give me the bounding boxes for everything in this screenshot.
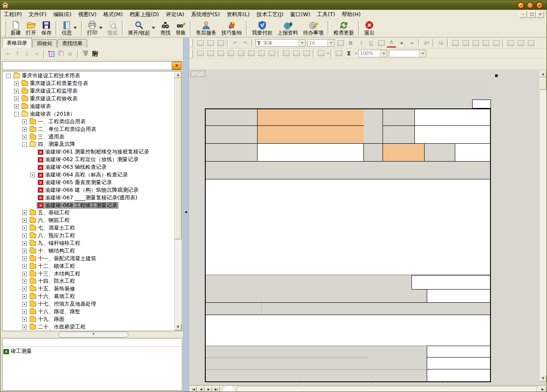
tree-item-content[interactable]: 十八、路堤、路堑	[28, 309, 82, 315]
new-doc-button[interactable]: 新建	[9, 20, 23, 37]
insert-row-icon[interactable]	[236, 49, 246, 58]
tree-item[interactable]: +九、锚杆锚栓工程	[3, 240, 175, 247]
expand-icon[interactable]: +	[22, 302, 27, 307]
service-button[interactable]: 售后服务	[194, 20, 218, 37]
delete-icon[interactable]: ×	[66, 50, 74, 58]
tree-item[interactable]: ×渝建竣-065 垂直度测量记录	[3, 179, 175, 186]
expand-icon[interactable]: +	[22, 135, 27, 139]
input-instrument[interactable]	[258, 144, 364, 162]
panel-splitter[interactable]: ◀	[183, 38, 189, 392]
form-code-input[interactable]	[472, 99, 491, 108]
fraction-icon[interactable]: ⅛	[436, 39, 445, 47]
input-elevation[interactable]	[415, 126, 491, 144]
chevron-down-icon[interactable]	[327, 40, 334, 46]
mdi-restore-button[interactable]: □	[528, 11, 536, 18]
expand-icon[interactable]: +	[30, 173, 35, 177]
expand-icon[interactable]: +	[22, 241, 27, 246]
expand-icon[interactable]: +	[14, 89, 19, 94]
upload-button[interactable]: 上报资料	[275, 20, 300, 37]
tree-item[interactable]: +重庆建设工程监理表	[3, 88, 175, 95]
chevron-down-icon[interactable]	[152, 27, 155, 29]
info-book-button[interactable]: 信息	[60, 20, 79, 37]
highlight-icon[interactable]	[377, 39, 386, 47]
tree-item-content[interactable]: 十一、装配式混凝土建筑	[28, 255, 98, 262]
prev-page-icon[interactable]: ◀	[198, 386, 204, 392]
input-temperature[interactable]	[455, 144, 491, 162]
menu-item[interactable]: 系统维护(S)	[187, 10, 223, 19]
expand-icon[interactable]: +	[22, 256, 27, 261]
menu-item[interactable]: 格式(M)	[100, 10, 126, 19]
nav-left-icon[interactable]: ←	[4, 50, 12, 58]
tree-item[interactable]: +十七、挖填方及地基处理	[3, 301, 175, 308]
collapse-icon[interactable]: -	[14, 112, 19, 116]
add-table-icon[interactable]: *	[47, 50, 56, 58]
expand-icon[interactable]: +	[22, 325, 27, 330]
filter-icon[interactable]	[81, 50, 90, 58]
tree-item-content[interactable]: 九、锚杆锚栓工程	[28, 240, 82, 247]
tree-item-content[interactable]: ×渝建竣-062 工程定位（放线）测量记录	[37, 156, 140, 163]
tree-item-content[interactable]: ×渝建竣-065 垂直度测量记录	[37, 179, 113, 186]
tree-item[interactable]: ×渝建竣-062 工程定位（放线）测量记录	[3, 156, 175, 164]
replace-button[interactable]: 替换	[173, 20, 188, 37]
line-style-combo[interactable]	[389, 50, 426, 57]
tree-item-content[interactable]: 渝建竣表（2018）	[20, 111, 77, 117]
chevron-down-icon[interactable]	[298, 40, 305, 46]
tree-item-content[interactable]: 十七、挖填方及地基处理	[28, 301, 98, 308]
delete-cells-icon[interactable]	[226, 49, 235, 58]
tree-item-content[interactable]: 重庆市建设工程技术用表	[12, 73, 82, 80]
example-item[interactable]: ×竣工测量	[3, 347, 182, 356]
tree-item-content[interactable]: ×渝建竣-064 高程（标高）检查记录	[37, 172, 129, 179]
nav-up-icon[interactable]: ↑	[13, 50, 22, 58]
row15-gray-band[interactable]	[205, 290, 427, 302]
exit-button[interactable]: 退出	[362, 20, 377, 37]
tree-item[interactable]: +八、预应力工程	[3, 232, 175, 240]
retest-situation-area[interactable]	[205, 315, 491, 346]
collapse-icon[interactable]: -	[22, 142, 27, 147]
expand-icon[interactable]: +	[22, 317, 27, 322]
scroll-up-icon[interactable]: ▲	[175, 71, 181, 78]
zoom-combo[interactable]: 100%	[358, 50, 387, 57]
tree-item-content[interactable]: 三、通用表	[28, 134, 66, 140]
expand-icon[interactable]: +	[22, 119, 27, 124]
select-all-corner[interactable]	[190, 71, 205, 77]
underline-icon[interactable]: U	[366, 39, 376, 47]
tree-item[interactable]: +六、钢筋工程	[3, 217, 175, 224]
split-cells-icon[interactable]	[206, 49, 215, 58]
menu-item[interactable]: 文件(F)	[25, 10, 50, 19]
tab-recycle-bin[interactable]: 回收站	[32, 39, 57, 48]
toolbar-drag-handle[interactable]	[4, 20, 6, 36]
input-retest-unit[interactable]	[427, 346, 491, 358]
tree-item[interactable]: +重庆建设工程验收表	[3, 95, 175, 103]
copy-icon[interactable]	[196, 39, 205, 47]
menu-item[interactable]: 技术工艺(J)	[253, 10, 286, 19]
nav-down-icon[interactable]: ↓	[23, 50, 31, 58]
last-page-icon[interactable]: ▶|	[213, 386, 220, 392]
menu-item[interactable]: 视图(V)	[75, 10, 100, 19]
tree-item-content[interactable]: 四、测量及沉降	[28, 141, 77, 148]
expand-icon[interactable]: +	[22, 249, 27, 253]
superscript-icon[interactable]: b²	[422, 39, 431, 47]
merge-cells-icon[interactable]	[196, 49, 205, 58]
input-unit-project-name[interactable]	[258, 126, 364, 144]
sheet-hscroll-right-icon[interactable]: ▶	[539, 386, 546, 392]
tree-item-content[interactable]: 十二、砌体工程	[28, 263, 77, 270]
tree-item[interactable]: ×渝建竣-066 建（构）筑物沉降观测记录	[3, 186, 175, 194]
expand-icon[interactable]: +	[22, 279, 27, 284]
copy-icon[interactable]	[57, 50, 65, 58]
tree-item-content[interactable]: ×渝建竣-061 测量控制桩移交与接桩复核记录	[37, 149, 150, 156]
tree-item[interactable]: +五、基础工程	[3, 209, 175, 217]
shade-cells-icon[interactable]	[257, 49, 266, 58]
tree-item[interactable]: ×渝建竣-063 轴线检查记录	[3, 164, 175, 171]
undo-icon[interactable]: ↶	[230, 39, 240, 47]
expand-icon[interactable]: +	[14, 97, 19, 101]
tips-button[interactable]: 技巧集锦	[219, 20, 244, 37]
expand-icon[interactable]: +	[22, 218, 27, 223]
sheet-hscroll-track[interactable]	[237, 386, 537, 392]
menu-item[interactable]: 工程(P)	[0, 10, 25, 19]
table-border-icon[interactable]	[334, 49, 343, 58]
bold-icon[interactable]: B	[346, 39, 355, 47]
align-left-icon[interactable]	[451, 39, 460, 47]
tree-item-content[interactable]: ×渝建竣-067 ____测量复核记录(通用表)	[37, 194, 139, 201]
tree-item[interactable]: +十、钢结构工程	[3, 247, 175, 255]
find-button[interactable]: 查找	[158, 20, 173, 37]
